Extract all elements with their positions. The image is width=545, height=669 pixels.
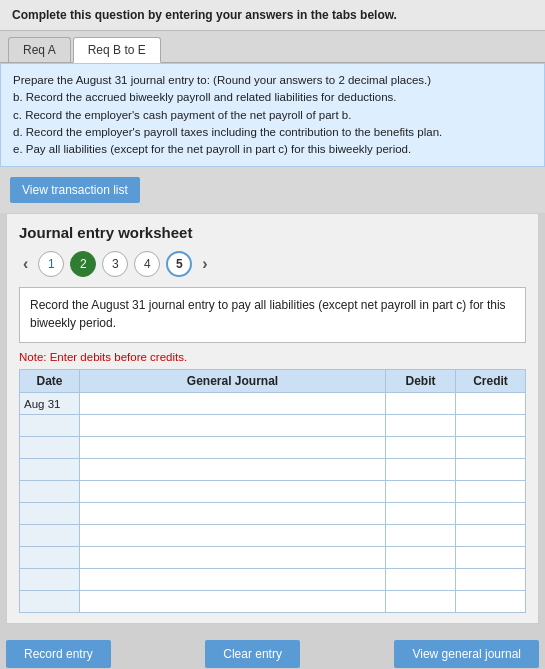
credit-cell[interactable] xyxy=(456,591,526,613)
debit-cell[interactable] xyxy=(386,525,456,547)
credit-cell[interactable] xyxy=(456,569,526,591)
info-line-4: e. Pay all liabilities (except for the n… xyxy=(13,143,411,155)
debit-input[interactable] xyxy=(390,459,451,480)
debit-cell[interactable] xyxy=(386,547,456,569)
journal-cell[interactable] xyxy=(80,503,386,525)
view-general-journal-button[interactable]: View general journal xyxy=(394,640,539,668)
debit-cell[interactable] xyxy=(386,459,456,481)
date-cell xyxy=(20,415,80,437)
debit-input[interactable] xyxy=(390,415,451,436)
table-row: Aug 31 xyxy=(20,393,526,415)
credit-cell[interactable] xyxy=(456,415,526,437)
col-header-date: Date xyxy=(20,370,80,393)
credit-input[interactable] xyxy=(460,437,521,458)
record-entry-button[interactable]: Record entry xyxy=(6,640,111,668)
date-cell xyxy=(20,569,80,591)
journal-cell[interactable] xyxy=(80,415,386,437)
credit-input[interactable] xyxy=(460,525,521,546)
journal-input[interactable] xyxy=(84,415,381,436)
debit-input[interactable] xyxy=(390,525,451,546)
journal-input[interactable] xyxy=(84,459,381,480)
journal-input[interactable] xyxy=(84,525,381,546)
debit-input[interactable] xyxy=(390,481,451,502)
next-page-button[interactable]: › xyxy=(198,255,211,273)
page-btn-5[interactable]: 5 xyxy=(166,251,192,277)
journal-cell[interactable] xyxy=(80,569,386,591)
table-row xyxy=(20,547,526,569)
credit-input[interactable] xyxy=(460,591,521,612)
credit-input[interactable] xyxy=(460,459,521,480)
note-text: Note: Enter debits before credits. xyxy=(19,351,526,363)
journal-cell[interactable] xyxy=(80,481,386,503)
journal-cell[interactable] xyxy=(80,547,386,569)
info-line-0: Prepare the August 31 journal entry to: … xyxy=(13,74,431,86)
credit-cell[interactable] xyxy=(456,547,526,569)
credit-cell[interactable] xyxy=(456,459,526,481)
journal-cell[interactable] xyxy=(80,591,386,613)
credit-input[interactable] xyxy=(460,569,521,590)
credit-input[interactable] xyxy=(460,415,521,436)
credit-input[interactable] xyxy=(460,481,521,502)
page-btn-2[interactable]: 2 xyxy=(70,251,96,277)
journal-input[interactable] xyxy=(84,547,381,568)
page-btn-4[interactable]: 4 xyxy=(134,251,160,277)
journal-input[interactable] xyxy=(84,481,381,502)
credit-cell[interactable] xyxy=(456,481,526,503)
debit-cell[interactable] xyxy=(386,393,456,415)
debit-cell[interactable] xyxy=(386,591,456,613)
worksheet-title: Journal entry worksheet xyxy=(19,224,526,241)
prev-page-button[interactable]: ‹ xyxy=(19,255,32,273)
credit-cell[interactable] xyxy=(456,503,526,525)
debit-input[interactable] xyxy=(390,591,451,612)
debit-cell[interactable] xyxy=(386,481,456,503)
page-navigation: ‹ 1 2 3 4 5 › xyxy=(19,251,526,277)
credit-input[interactable] xyxy=(460,503,521,524)
table-row xyxy=(20,591,526,613)
debit-input[interactable] xyxy=(390,393,451,414)
journal-input[interactable] xyxy=(84,393,381,414)
journal-input[interactable] xyxy=(84,503,381,524)
debit-cell[interactable] xyxy=(386,437,456,459)
credit-input[interactable] xyxy=(460,393,521,414)
clear-entry-button[interactable]: Clear entry xyxy=(205,640,300,668)
journal-cell[interactable] xyxy=(80,459,386,481)
info-line-3: d. Record the employer's payroll taxes i… xyxy=(13,126,442,138)
debit-input[interactable] xyxy=(390,569,451,590)
tab-req-b-to-e[interactable]: Req B to E xyxy=(73,37,161,63)
entry-description: Record the August 31 journal entry to pa… xyxy=(19,287,526,343)
tab-req-a[interactable]: Req A xyxy=(8,37,71,62)
journal-input[interactable] xyxy=(84,437,381,458)
journal-input[interactable] xyxy=(84,569,381,590)
journal-cell[interactable] xyxy=(80,437,386,459)
credit-cell[interactable] xyxy=(456,393,526,415)
page-btn-1[interactable]: 1 xyxy=(38,251,64,277)
table-row xyxy=(20,503,526,525)
journal-cell[interactable] xyxy=(80,525,386,547)
debit-input[interactable] xyxy=(390,503,451,524)
view-transaction-button[interactable]: View transaction list xyxy=(10,177,140,203)
main-card: Journal entry worksheet ‹ 1 2 3 4 5 › Re… xyxy=(6,213,539,624)
journal-cell[interactable] xyxy=(80,393,386,415)
table-row xyxy=(20,437,526,459)
debit-cell[interactable] xyxy=(386,503,456,525)
journal-table: Date General Journal Debit Credit Aug 31 xyxy=(19,369,526,613)
credit-input[interactable] xyxy=(460,547,521,568)
col-header-debit: Debit xyxy=(386,370,456,393)
date-cell xyxy=(20,481,80,503)
table-row xyxy=(20,459,526,481)
debit-cell[interactable] xyxy=(386,569,456,591)
instruction-banner: Complete this question by entering your … xyxy=(0,0,545,31)
journal-input[interactable] xyxy=(84,591,381,612)
info-box: Prepare the August 31 journal entry to: … xyxy=(0,63,545,167)
debit-cell[interactable] xyxy=(386,415,456,437)
credit-cell[interactable] xyxy=(456,525,526,547)
table-row xyxy=(20,415,526,437)
col-header-credit: Credit xyxy=(456,370,526,393)
date-cell xyxy=(20,547,80,569)
date-cell: Aug 31 xyxy=(20,393,80,415)
debit-input[interactable] xyxy=(390,547,451,568)
credit-cell[interactable] xyxy=(456,437,526,459)
page-btn-3[interactable]: 3 xyxy=(102,251,128,277)
debit-input[interactable] xyxy=(390,437,451,458)
table-row xyxy=(20,525,526,547)
